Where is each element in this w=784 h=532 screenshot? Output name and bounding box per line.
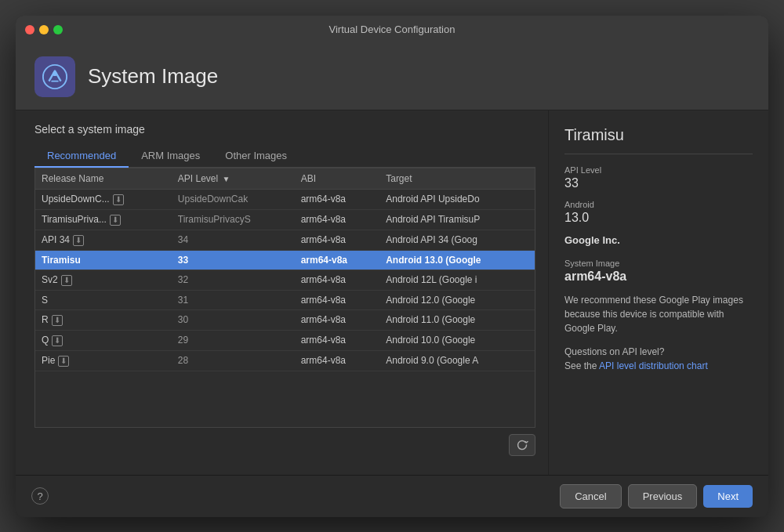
table-row[interactable]: Pie⬇28arm64-v8aAndroid 9.0 (Google A (35, 350, 535, 371)
tabs-container: Recommended ARM Images Other Images (34, 145, 535, 168)
cell-api-level: UpsideDownCak (172, 189, 295, 209)
table-row[interactable]: UpsideDownC...⬇UpsideDownCakarm64-v8aAnd… (35, 189, 535, 209)
api-chart-link[interactable]: API level distribution chart (599, 360, 708, 371)
system-image-value: arm64-v8a (564, 270, 753, 284)
footer-buttons: Cancel Previous Next (560, 484, 753, 508)
window-title: Virtual Device Configuration (329, 24, 456, 35)
cell-target: Android 10.0 (Google (379, 330, 535, 350)
col-target: Target (379, 168, 535, 190)
table-row[interactable]: TiramisuPriva...⬇TiramisuPrivacySarm64-v… (35, 209, 535, 230)
cell-abi: arm64-v8a (295, 270, 380, 290)
right-panel: Tiramisu API Level 33 Android 13.0 Googl… (549, 110, 768, 475)
cell-release-name: API 34⬇ (35, 230, 172, 250)
cell-api-level: 34 (172, 230, 295, 250)
download-icon[interactable]: ⬇ (52, 335, 63, 346)
section-title: Select a system image (34, 123, 535, 136)
download-icon[interactable]: ⬇ (58, 356, 69, 367)
title-bar: Virtual Device Configuration (16, 16, 768, 44)
cell-release-name: UpsideDownC...⬇ (35, 189, 172, 209)
system-image-label: System Image (564, 259, 753, 268)
cell-api-level: 33 (172, 250, 295, 270)
cell-release-name: Sv2⬇ (35, 270, 172, 290)
api-level-label: API Level (564, 165, 753, 175)
detail-link: See the API level distribution chart (564, 360, 753, 371)
refresh-area (34, 428, 535, 462)
table-header-row: Release Name API Level ▼ ABI Target (35, 168, 535, 190)
android-studio-icon (34, 56, 75, 97)
cell-target: Android 9.0 (Google A (379, 350, 535, 371)
cell-target: Android 12.0 (Google (379, 290, 535, 309)
tab-other-images[interactable]: Other Images (212, 145, 299, 168)
cell-abi: arm64-v8a (295, 230, 380, 250)
cell-api-level: 31 (172, 290, 295, 309)
cell-release-name: R⬇ (35, 309, 172, 330)
table-row[interactable]: API 34⬇34arm64-v8aAndroid API 34 (Goog (35, 230, 535, 250)
tab-arm-images[interactable]: ARM Images (129, 145, 212, 168)
cell-target: Android API 34 (Goog (379, 230, 535, 250)
svg-point-1 (53, 71, 57, 76)
cell-abi: arm64-v8a (295, 250, 380, 270)
download-icon[interactable]: ⬇ (113, 194, 124, 205)
download-icon[interactable]: ⬇ (110, 215, 121, 226)
cell-release-name: Q⬇ (35, 330, 172, 350)
svg-point-0 (43, 64, 67, 88)
cell-target: Android API UpsideDo (379, 189, 535, 209)
cell-abi: arm64-v8a (295, 189, 380, 209)
table-row[interactable]: Sv2⬇32arm64-v8aAndroid 12L (Google i (35, 270, 535, 290)
divider (564, 154, 753, 154)
android-value: 13.0 (564, 211, 753, 225)
tab-recommended[interactable]: Recommended (34, 145, 129, 168)
download-icon[interactable]: ⬇ (73, 235, 84, 246)
footer: ? Cancel Previous Next (16, 475, 768, 517)
cell-abi: arm64-v8a (295, 290, 380, 309)
cell-api-level: 28 (172, 350, 295, 371)
android-company: Google Inc. (564, 234, 753, 246)
cell-api-level: 30 (172, 309, 295, 330)
cell-target: Android 11.0 (Google (379, 309, 535, 330)
cancel-button[interactable]: Cancel (560, 484, 621, 508)
traffic-lights (25, 25, 63, 34)
maximize-button[interactable] (53, 25, 63, 34)
cell-abi: arm64-v8a (295, 309, 380, 330)
detail-question: Questions on API level? (564, 346, 753, 357)
table-row[interactable]: Q⬇29arm64-v8aAndroid 10.0 (Google (35, 330, 535, 350)
left-panel: Select a system image Recommended ARM Im… (16, 110, 549, 475)
previous-button[interactable]: Previous (628, 484, 698, 508)
help-button[interactable]: ? (31, 487, 49, 505)
cell-abi: arm64-v8a (295, 330, 380, 350)
cell-target: Android 13.0 (Google (379, 250, 535, 270)
content-area: Select a system image Recommended ARM Im… (16, 110, 768, 475)
download-icon[interactable]: ⬇ (52, 315, 63, 326)
table-row[interactable]: R⬇30arm64-v8aAndroid 11.0 (Google (35, 309, 535, 330)
cell-release-name: TiramisuPriva...⬇ (35, 209, 172, 230)
close-button[interactable] (25, 25, 34, 34)
header-section: System Image (16, 44, 768, 110)
minimize-button[interactable] (39, 25, 49, 34)
api-level-value: 33 (564, 176, 753, 190)
cell-abi: arm64-v8a (295, 209, 380, 230)
col-release-name[interactable]: Release Name (35, 168, 172, 190)
cell-release-name: S (35, 290, 172, 309)
cell-api-level: 29 (172, 330, 295, 350)
col-api-level[interactable]: API Level ▼ (172, 168, 295, 190)
main-window: Virtual Device Configuration System Imag… (16, 16, 768, 517)
cell-abi: arm64-v8a (295, 350, 380, 371)
refresh-button[interactable] (509, 434, 535, 456)
android-label: Android (564, 200, 753, 209)
next-button[interactable]: Next (703, 485, 753, 508)
col-abi: ABI (295, 168, 380, 190)
table-row[interactable]: Tiramisu33arm64-v8aAndroid 13.0 (Google (35, 250, 535, 270)
sort-icon: ▼ (223, 175, 230, 183)
cell-api-level: 32 (172, 270, 295, 290)
system-images-table[interactable]: Release Name API Level ▼ ABI Target Upsi… (34, 168, 535, 428)
detail-title: Tiramisu (564, 126, 753, 144)
cell-target: Android API TiramisuP (379, 209, 535, 230)
cell-release-name: Pie⬇ (35, 350, 172, 371)
download-icon[interactable]: ⬇ (61, 275, 72, 286)
cell-release-name: Tiramisu (35, 250, 172, 270)
table-row[interactable]: S31arm64-v8aAndroid 12.0 (Google (35, 290, 535, 309)
cell-api-level: TiramisuPrivacyS (172, 209, 295, 230)
cell-target: Android 12L (Google i (379, 270, 535, 290)
footer-left: ? (31, 487, 49, 505)
detail-description: We recommend these Google Play images be… (564, 293, 753, 335)
